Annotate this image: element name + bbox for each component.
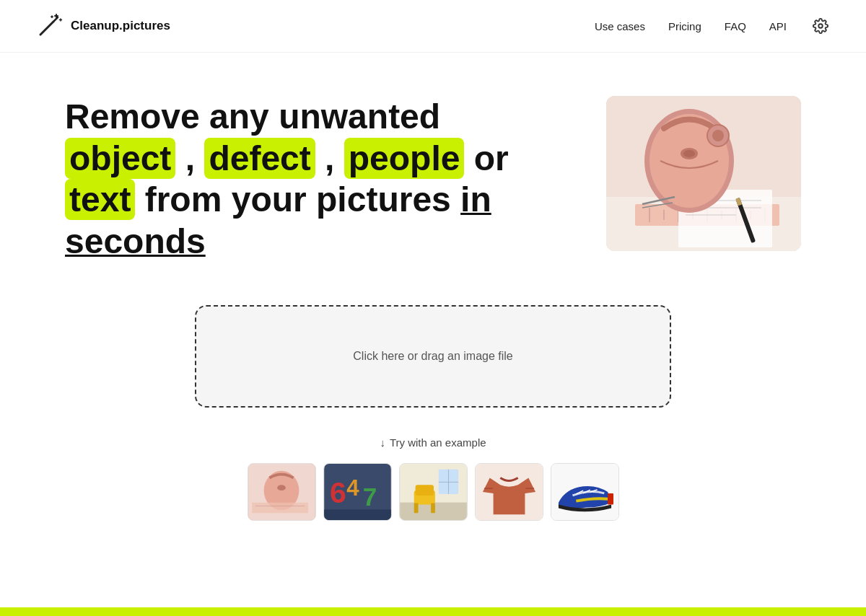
- comma1: ,: [175, 139, 195, 177]
- svg-text:4: 4: [346, 475, 359, 501]
- example-img-3: [400, 464, 467, 520]
- bottom-accent-bar: [0, 607, 866, 616]
- svg-rect-53: [414, 503, 418, 514]
- svg-point-37: [277, 485, 286, 491]
- examples-section: ↓ Try with an example: [180, 436, 686, 521]
- svg-line-0: [40, 22, 53, 35]
- svg-text:6: 6: [329, 476, 346, 509]
- comma2: ,: [315, 139, 335, 177]
- example-img-4: [476, 464, 543, 520]
- hero-title: Remove any unwanted object , defect , pe…: [65, 96, 512, 262]
- svg-point-8: [818, 24, 823, 28]
- svg-line-1: [53, 17, 58, 22]
- example-thumb-2[interactable]: 6 4 7: [323, 463, 392, 521]
- from-text: from your pictures: [135, 180, 460, 219]
- hero-image: [606, 96, 801, 251]
- hero-title-part1: Remove any unwanted: [65, 97, 440, 136]
- logo-icon: [35, 12, 64, 40]
- example-thumb-1[interactable]: [248, 463, 316, 521]
- hero-section: Remove any unwanted object , defect , pe…: [65, 96, 801, 262]
- example-img-2: 6 4 7: [324, 464, 391, 520]
- nav-pricing[interactable]: Pricing: [668, 20, 701, 32]
- svg-rect-54: [431, 503, 435, 514]
- example-img-5: [551, 464, 618, 520]
- gear-icon: [813, 18, 828, 34]
- upload-section: Click here or drag an image file: [195, 305, 671, 408]
- main-nav: Use cases Pricing FAQ API: [595, 15, 831, 37]
- examples-grid: 6 4 7: [180, 463, 686, 521]
- svg-text:7: 7: [362, 483, 377, 511]
- hero-illustration: [606, 96, 801, 251]
- examples-text: Try with an example: [390, 436, 486, 449]
- nav-faq[interactable]: FAQ: [725, 20, 746, 32]
- svg-rect-52: [415, 485, 433, 496]
- settings-button[interactable]: [810, 15, 831, 37]
- dropzone-label: Click here or drag an image file: [353, 350, 512, 362]
- logo[interactable]: Cleanup.pictures: [35, 12, 170, 40]
- nav-api[interactable]: API: [769, 20, 787, 32]
- or-text: or: [464, 139, 508, 177]
- nav-use-cases[interactable]: Use cases: [595, 20, 645, 32]
- hero-text: Remove any unwanted object , defect , pe…: [65, 96, 512, 262]
- svg-rect-62: [608, 493, 613, 505]
- highlight-text: text: [65, 179, 135, 220]
- logo-label: Cleanup.pictures: [71, 19, 170, 33]
- highlight-defect: defect: [204, 138, 315, 179]
- down-arrow-icon: ↓: [380, 436, 385, 449]
- examples-label: ↓ Try with an example: [180, 436, 686, 449]
- upload-dropzone[interactable]: Click here or drag an image file: [195, 305, 671, 408]
- highlight-object: object: [65, 138, 175, 179]
- svg-point-30: [683, 150, 695, 157]
- svg-point-32: [712, 130, 724, 141]
- svg-rect-44: [324, 510, 391, 521]
- example-thumb-4[interactable]: [475, 463, 543, 521]
- highlight-people: people: [344, 138, 465, 179]
- example-thumb-3[interactable]: [399, 463, 468, 521]
- example-img-1: [248, 464, 315, 520]
- svg-rect-38: [252, 503, 308, 514]
- example-thumb-5[interactable]: [551, 463, 619, 521]
